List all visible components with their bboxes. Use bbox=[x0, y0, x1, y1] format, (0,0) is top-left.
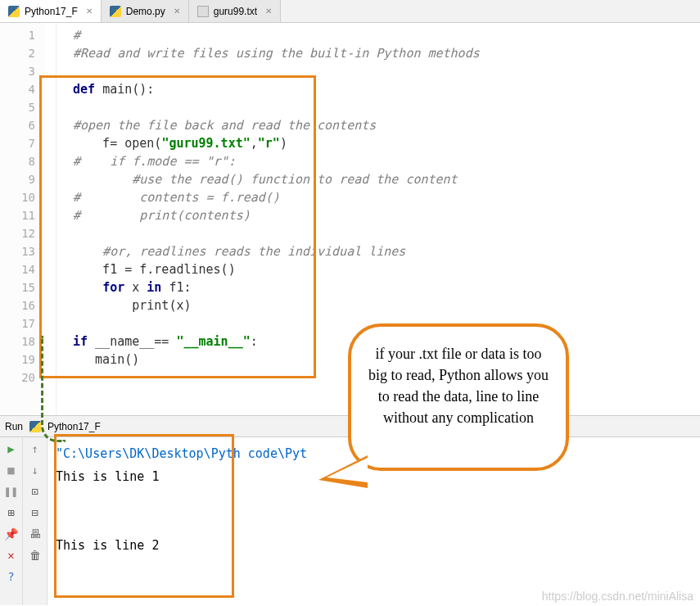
close-icon[interactable]: ✕ bbox=[86, 7, 93, 16]
comment: #use the read() function to read the con… bbox=[73, 172, 458, 187]
close-x-icon[interactable]: ✕ bbox=[5, 549, 18, 562]
line-number: 3 bbox=[0, 62, 35, 80]
down-icon[interactable]: ↓ bbox=[29, 464, 42, 477]
string: "__main__" bbox=[176, 334, 250, 349]
annotation-callout: if your .txt file or data is too big to … bbox=[348, 323, 569, 471]
comment: # bbox=[73, 28, 80, 43]
line-number: 18 bbox=[0, 332, 35, 350]
stop-icon[interactable]: ■ bbox=[5, 464, 18, 477]
close-icon[interactable]: ✕ bbox=[174, 7, 180, 16]
settings-icon[interactable]: ⊡ bbox=[29, 485, 42, 498]
line-number: 13 bbox=[0, 242, 35, 260]
tab-python17[interactable]: Python17_F✕ bbox=[0, 0, 102, 22]
play-icon[interactable]: ▶ bbox=[5, 442, 18, 455]
tab-demo[interactable]: Demo.py✕ bbox=[102, 0, 189, 22]
run-target: Python17_F bbox=[47, 421, 101, 432]
line-number: 2 bbox=[0, 44, 35, 62]
code-text: x bbox=[132, 280, 147, 295]
python-icon bbox=[110, 6, 121, 17]
code-text: __name__== bbox=[95, 334, 176, 349]
line-number: 12 bbox=[0, 224, 35, 242]
watermark: https://blog.csdn.net/miniAlisa bbox=[542, 590, 693, 603]
code-text: : bbox=[251, 334, 258, 349]
code-text: f1: bbox=[169, 280, 191, 295]
callout-text: if your .txt file or data is too big to … bbox=[368, 346, 549, 426]
keyword: if bbox=[73, 334, 95, 349]
line-number: 17 bbox=[0, 314, 35, 332]
run-controls: ▶ ■ ❚❚ ⊞ 📌 ✕ ? bbox=[0, 437, 23, 605]
python-icon bbox=[29, 421, 41, 432]
layout-icon[interactable]: ⊞ bbox=[5, 506, 18, 519]
line-number: 6 bbox=[0, 116, 35, 134]
code-text bbox=[73, 280, 102, 295]
python-icon bbox=[8, 6, 20, 17]
line-gutter: 1 2 3 4 5 6 7 8 9 10 11 12 13 14 15 16 1… bbox=[0, 23, 45, 415]
tab-label: Python17_F bbox=[25, 6, 78, 17]
line-number: 10 bbox=[0, 188, 35, 206]
keyword: for bbox=[102, 280, 132, 295]
text-file-icon bbox=[197, 6, 209, 17]
output-line: This is line 2 bbox=[56, 534, 692, 557]
code-text: f1 = f.readlines() bbox=[73, 262, 236, 277]
run-label: Run bbox=[5, 421, 23, 432]
print-icon[interactable]: 🖶 bbox=[29, 527, 42, 540]
comment: # contents = f.read() bbox=[73, 190, 280, 205]
comment: # print(contents) bbox=[73, 208, 251, 223]
line-number: 9 bbox=[0, 170, 35, 188]
line-number: 20 bbox=[0, 369, 35, 387]
line-number: 14 bbox=[0, 260, 35, 278]
tab-label: Demo.py bbox=[126, 6, 165, 17]
string: "guru99.txt" bbox=[161, 136, 250, 151]
comment: #or, readlines reads the individual line… bbox=[73, 244, 405, 259]
code-text: print(x) bbox=[73, 298, 192, 313]
output-line: This is line 3 bbox=[56, 603, 692, 606]
line-number: 4 bbox=[0, 80, 35, 98]
string: "r" bbox=[258, 136, 280, 151]
tab-guru99[interactable]: guru99.txt✕ bbox=[189, 0, 281, 22]
line-number: 11 bbox=[0, 206, 35, 224]
keyword: in bbox=[147, 280, 169, 295]
line-number: 7 bbox=[0, 134, 35, 152]
line-number: 1 bbox=[0, 26, 35, 44]
line-number: 8 bbox=[0, 152, 35, 170]
output-controls: ↑ ↓ ⊡ ⊟ 🖶 🗑 bbox=[23, 437, 47, 605]
comment: #Read and write files using the built-in… bbox=[73, 46, 480, 61]
keyword: def bbox=[73, 82, 102, 97]
comment: # if f.mode == "r": bbox=[73, 154, 236, 169]
line-number: 5 bbox=[0, 98, 35, 116]
tab-bar: Python17_F✕ Demo.py✕ guru99.txt✕ bbox=[0, 0, 700, 23]
line-number: 15 bbox=[0, 278, 35, 296]
line-number: 19 bbox=[0, 350, 35, 369]
tab-label: guru99.txt bbox=[214, 6, 257, 17]
pause-icon[interactable]: ❚❚ bbox=[5, 485, 18, 498]
code-text: , bbox=[251, 136, 258, 151]
close-icon[interactable]: ✕ bbox=[265, 7, 272, 16]
fold-column bbox=[45, 23, 56, 415]
help-icon[interactable]: ? bbox=[5, 570, 18, 583]
code-text: ) bbox=[280, 136, 287, 151]
wrap-icon[interactable]: ⊟ bbox=[29, 506, 42, 519]
code-text: f= open( bbox=[73, 136, 161, 151]
line-number: 16 bbox=[0, 296, 35, 314]
trash-icon[interactable]: 🗑 bbox=[29, 549, 42, 562]
pin-icon[interactable]: 📌 bbox=[5, 527, 18, 540]
up-icon[interactable]: ↑ bbox=[29, 442, 42, 455]
comment: #open the file back and read the content… bbox=[73, 118, 376, 133]
code-text: main() bbox=[73, 352, 139, 367]
function-name: main(): bbox=[102, 82, 154, 97]
